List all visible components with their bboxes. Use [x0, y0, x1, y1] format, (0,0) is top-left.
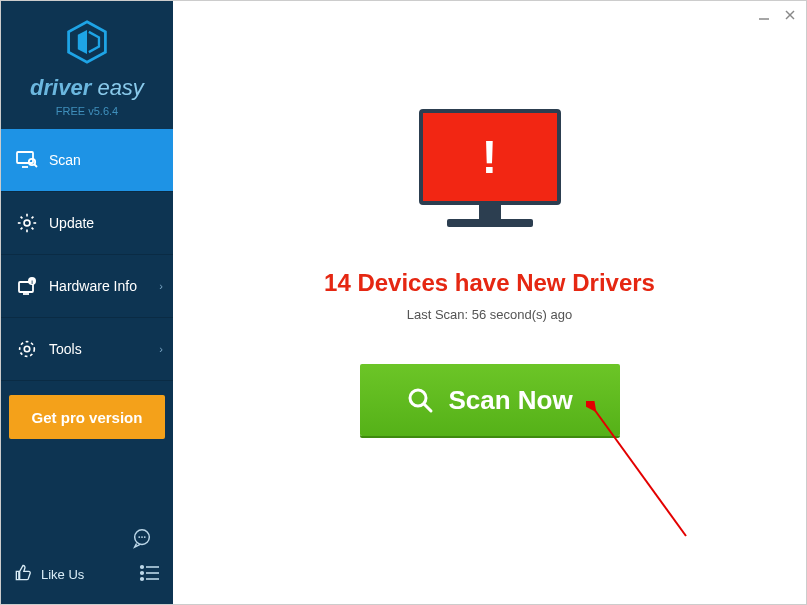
chevron-right-icon: ›	[159, 343, 163, 355]
svg-point-29	[141, 571, 144, 574]
sidebar: driver easy FREE v5.6.4 Scan Update i Ha…	[1, 1, 173, 604]
gear-icon	[15, 212, 39, 234]
sidebar-item-label: Update	[49, 215, 94, 231]
main-content: ! 14 Devices have New Drivers Last Scan:…	[173, 1, 806, 604]
like-us-button[interactable]: Like Us	[13, 563, 84, 586]
close-button[interactable]	[782, 7, 798, 23]
minimize-button[interactable]	[756, 7, 772, 23]
svg-point-22	[24, 346, 30, 352]
scan-now-label: Scan Now	[448, 385, 572, 416]
sidebar-item-label: Hardware Info	[49, 278, 137, 294]
svg-line-13	[21, 217, 23, 219]
brand-name: driver easy	[1, 75, 173, 101]
last-scan-text: Last Scan: 56 second(s) ago	[407, 307, 573, 322]
svg-point-6	[29, 159, 35, 165]
devices-headline: 14 Devices have New Drivers	[324, 269, 655, 297]
brand-name-part2: easy	[97, 75, 143, 100]
svg-point-25	[141, 536, 143, 538]
svg-line-15	[21, 228, 23, 230]
brand-version: FREE v5.6.4	[1, 105, 173, 117]
svg-point-31	[141, 577, 144, 580]
svg-line-14	[32, 228, 34, 230]
svg-point-24	[138, 536, 140, 538]
svg-rect-4	[17, 152, 33, 163]
sidebar-footer: Like Us	[1, 517, 173, 604]
get-pro-label: Get pro version	[32, 409, 143, 426]
svg-line-34	[424, 404, 431, 411]
scan-now-button[interactable]: Scan Now	[360, 364, 620, 436]
brand-name-part1: driver	[30, 75, 91, 100]
svg-point-21	[20, 342, 35, 357]
monitor-search-icon	[15, 150, 39, 170]
sidebar-item-tools[interactable]: Tools ›	[1, 318, 173, 381]
sidebar-item-hardware-info[interactable]: i Hardware Info ›	[1, 255, 173, 318]
svg-point-26	[144, 536, 146, 538]
get-pro-button[interactable]: Get pro version	[9, 395, 165, 439]
hardware-info-icon: i	[15, 276, 39, 296]
brand-logo-icon	[1, 19, 173, 69]
svg-point-27	[141, 565, 144, 568]
brand-block: driver easy FREE v5.6.4	[1, 1, 173, 129]
sidebar-item-scan[interactable]: Scan	[1, 129, 173, 192]
tools-icon	[15, 338, 39, 360]
like-us-label: Like Us	[41, 567, 84, 582]
feedback-icon[interactable]	[131, 527, 153, 553]
svg-point-8	[24, 220, 30, 226]
menu-list-icon[interactable]	[139, 564, 161, 586]
exclamation-icon: !	[482, 130, 497, 184]
svg-line-16	[32, 217, 34, 219]
sidebar-item-update[interactable]: Update	[1, 192, 173, 255]
search-icon	[406, 386, 434, 414]
chevron-right-icon: ›	[159, 280, 163, 292]
sidebar-item-label: Scan	[49, 152, 81, 168]
thumbs-up-icon	[13, 563, 33, 586]
alert-monitor-graphic: !	[414, 109, 566, 239]
svg-line-7	[35, 165, 38, 168]
sidebar-item-label: Tools	[49, 341, 82, 357]
